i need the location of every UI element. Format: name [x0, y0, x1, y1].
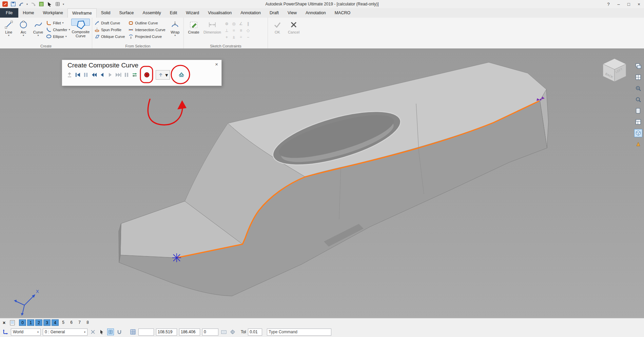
constraint-icon[interactable]: ∠ [237, 20, 245, 27]
curve-button[interactable]: Curve ▾ [32, 19, 45, 37]
workplane-select[interactable]: World▾ [11, 329, 41, 336]
fast-back-button[interactable] [90, 70, 98, 79]
intersection-curve-button[interactable]: Intersection Curve [128, 27, 165, 33]
zoom-full-icon[interactable] [634, 96, 642, 104]
fast-forward-button[interactable] [114, 70, 122, 79]
level-toggle-1[interactable]: 1 [27, 319, 34, 326]
composite-curve-button[interactable]: Composite Curve [71, 19, 90, 26]
constraint-icon[interactable]: ◎ [230, 20, 237, 27]
constraint-icon[interactable]: ∥ [245, 20, 252, 27]
pointer-icon[interactable] [46, 1, 52, 7]
model-canvas[interactable]: BACK LEFT X [0, 48, 644, 318]
levels-close-icon[interactable]: × [3, 320, 5, 325]
tab-visualisation[interactable]: Visualisation [203, 8, 236, 18]
projected-curve-button[interactable]: Projected Curve [128, 34, 165, 39]
constraint-icon[interactable]: ◇ [245, 27, 252, 34]
constraint-icon[interactable]: ⊥ [223, 27, 230, 34]
snap-arrows-icon[interactable] [90, 329, 96, 335]
pause-forward-button[interactable] [122, 70, 131, 79]
cancel-button[interactable]: Cancel [286, 19, 301, 34]
grid-icon[interactable] [55, 1, 60, 7]
raise-curve-button[interactable]: ▾ [156, 70, 170, 80]
tab-edit[interactable]: Edit [165, 8, 182, 18]
constraint-icon[interactable]: ± [230, 34, 237, 41]
tab-assembly[interactable]: Assembly [138, 8, 165, 18]
command-input[interactable] [267, 329, 331, 336]
tile-windows-icon[interactable] [634, 73, 642, 81]
coord-z-input[interactable] [202, 329, 218, 336]
tab-workplane[interactable]: Workplane [39, 8, 68, 18]
app-logo-icon[interactable] [2, 1, 8, 7]
fillet-button[interactable]: Fillet ▾ [46, 20, 70, 26]
snap-grid-icon[interactable] [107, 329, 114, 335]
eject-finish-button[interactable] [177, 70, 186, 79]
toolbar-options-caret-icon[interactable]: ▾ [63, 3, 64, 6]
minimize-button[interactable]: – [613, 0, 624, 8]
draft-curve-button[interactable]: Draft Curve [94, 20, 125, 26]
step-forward-button[interactable] [106, 70, 114, 79]
tab-file[interactable]: File [0, 8, 18, 18]
pause-back-button[interactable] [82, 70, 90, 79]
select-pointer-icon[interactable] [98, 329, 105, 335]
outline-curve-button[interactable]: Outline Curve [128, 20, 165, 26]
reverse-direction-button[interactable] [131, 70, 139, 79]
tab-surface[interactable]: Surface [115, 8, 138, 18]
grid-table-icon[interactable] [130, 329, 136, 335]
help-button[interactable]: ? [603, 0, 613, 8]
level-toggle-6[interactable]: 6 [68, 319, 75, 326]
level-toggle-2[interactable]: 2 [35, 319, 42, 326]
iso-view-icon[interactable] [634, 129, 642, 137]
keyboard-input-icon[interactable] [220, 329, 227, 335]
level-toggle-3[interactable]: 3 [43, 319, 51, 326]
save-icon[interactable] [10, 1, 16, 7]
tab-home[interactable]: Home [18, 8, 38, 18]
level-toggle-4[interactable]: 4 [52, 319, 59, 326]
record-branch-button[interactable] [143, 70, 151, 79]
grid-size-input[interactable] [138, 329, 154, 336]
coord-y-input[interactable] [179, 329, 200, 336]
chamfer-button[interactable]: Chamfer ▾ [46, 27, 70, 33]
create-sketch-button[interactable]: Create [186, 19, 201, 34]
ok-button[interactable]: OK [270, 19, 285, 34]
multi-view-icon[interactable] [634, 118, 642, 126]
level-select[interactable]: 0 : General▾ [43, 329, 87, 336]
level-toggle-8[interactable]: 8 [84, 319, 91, 326]
level-toggle-0[interactable]: 0 [19, 319, 26, 326]
shaded-view-icon[interactable] [634, 140, 642, 148]
tab-wireframe[interactable]: Wireframe [67, 8, 97, 18]
constraint-icon[interactable]: ≡ [237, 27, 245, 34]
wrap-button[interactable]: Wrap ▾ [169, 19, 181, 37]
zoom-box-icon[interactable] [634, 84, 642, 92]
sheet-icon[interactable] [38, 1, 44, 7]
drawing-sheet-icon[interactable] [634, 107, 642, 115]
ellipse-button[interactable]: Ellipse ▾ [46, 34, 70, 39]
line-button[interactable]: Line ▾ [2, 19, 15, 37]
coord-x-input[interactable] [156, 329, 177, 336]
tab-draft[interactable]: Draft [265, 8, 283, 18]
arc-button[interactable]: Arc ▾ [17, 19, 30, 37]
constraint-icon[interactable]: + [223, 34, 230, 41]
view-cube[interactable]: BACK LEFT [603, 59, 626, 82]
spun-profile-button[interactable]: Spun Profile [94, 27, 125, 33]
tab-view[interactable]: View [283, 8, 301, 18]
dialog-close-icon[interactable]: × [215, 62, 218, 67]
step-back-button[interactable] [98, 70, 106, 79]
constraint-icon[interactable]: ⊕ [223, 20, 230, 27]
tolerance-input[interactable] [248, 329, 262, 336]
dimension-button[interactable]: Dimension [203, 19, 222, 34]
tab-solid[interactable]: Solid [97, 8, 115, 18]
viewport-3d[interactable]: BACK LEFT X Create Composite Curve × [0, 48, 644, 318]
tab-annotation-2[interactable]: Annotation [301, 8, 330, 18]
levels-page-icon[interactable] [9, 320, 16, 326]
level-toggle-7[interactable]: 7 [76, 319, 83, 326]
maximize-button[interactable]: □ [624, 0, 634, 8]
constraint-icon[interactable]: − [245, 34, 252, 41]
close-button[interactable]: × [634, 0, 644, 8]
oblique-curve-button[interactable]: Oblique Curve [94, 34, 125, 39]
magnet-snap-icon[interactable] [116, 329, 123, 335]
undo-icon[interactable] [18, 1, 24, 7]
save-curve-button[interactable] [65, 70, 74, 79]
position-probe-icon[interactable] [229, 329, 236, 335]
constraint-icon[interactable]: ÷ [237, 34, 245, 41]
redo-icon[interactable] [30, 1, 36, 7]
